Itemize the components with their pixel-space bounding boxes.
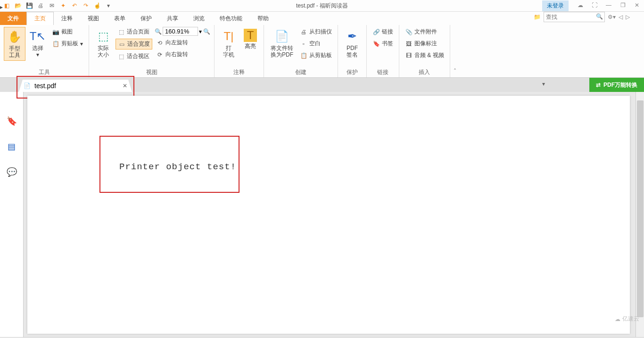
link-icon: 🔗 xyxy=(372,28,380,36)
undo-icon[interactable]: ↶ xyxy=(71,2,78,9)
document-tab[interactable]: 📄 test.pdf ✕ xyxy=(19,80,132,92)
blank-button[interactable]: ▫空白 xyxy=(298,39,334,49)
highlight-button[interactable]: T 高亮 xyxy=(241,27,260,51)
ribbon-group-insert: 📎文件附件 🖼图像标注 🎞音频 & 视频 插入 xyxy=(399,25,450,77)
clipboard-button[interactable]: 📋剪贴板 ▾ xyxy=(50,39,85,49)
actual-size-button[interactable]: ⬚ 实际 大小 xyxy=(93,27,114,60)
zoom-in-icon[interactable]: 🔍 xyxy=(203,28,210,35)
from-scanner-button[interactable]: 🖨从扫描仪 xyxy=(298,27,334,37)
tab-browse[interactable]: 浏览 xyxy=(186,12,212,25)
blank-icon: ▫ xyxy=(300,40,307,48)
fit-width-icon: ▭ xyxy=(118,41,125,48)
cloud-icon[interactable]: ☁ xyxy=(573,0,587,10)
comments-panel-icon[interactable]: 💬 xyxy=(6,166,17,178)
title-bar: ◧ 📂 💾 🖨 ✉ ✦ ↶ ↷ ☝ ▾ test.pdf - 福昕阅读器 未登录… xyxy=(0,0,644,12)
tab-form[interactable]: 表单 xyxy=(107,12,133,25)
login-button[interactable]: 未登录 xyxy=(542,0,569,11)
watermark: ☁ 亿速云 xyxy=(615,315,639,323)
highlight-annotation-content xyxy=(99,136,239,193)
link-button[interactable]: 🔗链接 xyxy=(371,27,395,37)
from-clipboard-icon: 📋 xyxy=(300,52,307,59)
ribbon-group-create: 📄 将文件转 换为PDF 🖨从扫描仪 ▫空白 📋从剪贴板 创建 xyxy=(264,25,338,77)
pdf-file-icon: 📄 xyxy=(24,82,31,89)
ribbon-group-tools: ✋ 手型 工具 T↖ 选择▾ 📷截图 📋剪贴板 ▾ 工具 xyxy=(0,25,89,77)
document-tab-bar: 📄 test.pdf ✕ ▾ ⇄ PDF万能转换 xyxy=(0,78,644,92)
email-icon[interactable]: ✉ xyxy=(48,2,56,9)
camera-icon: 📷 xyxy=(52,28,59,36)
ribbon-tabs: 文件 主页 注释 视图 表单 保护 共享 浏览 特色功能 帮助 📁 🔍 ⚙▾ ◁… xyxy=(0,12,644,25)
save-icon[interactable]: 💾 xyxy=(25,2,33,9)
pdf-page: Printer object test! xyxy=(27,96,630,334)
fit-visible-button[interactable]: ⬚适合视区 xyxy=(116,51,152,61)
tab-close-icon[interactable]: ✕ xyxy=(123,82,127,89)
fit-width-button[interactable]: ▭适合宽度 xyxy=(116,39,152,49)
bookmark-icon: 🔖 xyxy=(372,40,380,48)
prev-find-icon[interactable]: ◁ xyxy=(619,14,623,20)
bookmarks-panel-icon[interactable]: 🔖 xyxy=(6,115,17,127)
pdf-convert-banner[interactable]: ⇄ PDF万能转换 xyxy=(589,78,644,92)
image-annotation-button[interactable]: 🖼图像标注 xyxy=(403,39,446,49)
clipboard-icon: 📋 xyxy=(52,40,59,48)
gear-icon[interactable]: ⚙▾ xyxy=(608,14,616,20)
quick-access-toolbar: ◧ 📂 💾 🖨 ✉ ✦ ↶ ↷ ☝ ▾ xyxy=(0,2,112,9)
rotate-right-button[interactable]: ⟳向右旋转 xyxy=(154,49,210,59)
next-find-icon[interactable]: ▷ xyxy=(626,14,630,20)
tab-home[interactable]: 主页 xyxy=(26,12,54,25)
document-tab-label: test.pdf xyxy=(34,82,56,90)
hand-tool-button[interactable]: ✋ 手型 工具 xyxy=(4,27,25,61)
tab-share[interactable]: 共享 xyxy=(159,12,186,25)
search-area: 📁 🔍 ⚙▾ ◁ ▷ xyxy=(534,12,630,22)
pdf-sign-button[interactable]: ✒ PDF 签名 xyxy=(342,27,363,60)
tab-protect[interactable]: 保护 xyxy=(133,12,159,25)
window-controls: 未登录 ☁ ⛶ — ❐ ✕ xyxy=(542,0,644,11)
new-icon[interactable]: ✦ xyxy=(59,2,67,9)
minimize-icon[interactable]: — xyxy=(602,0,616,10)
page-viewport[interactable]: Printer object test! xyxy=(24,92,636,337)
file-attachment-button[interactable]: 📎文件附件 xyxy=(403,27,446,37)
redo-icon[interactable]: ↷ xyxy=(82,2,90,9)
bookmark-button[interactable]: 🔖书签 xyxy=(371,39,395,49)
tab-list-dropdown-icon[interactable]: ▾ xyxy=(542,81,545,87)
highlight-icon: T xyxy=(244,29,257,42)
tab-view[interactable]: 视图 xyxy=(80,12,107,25)
vertical-scrollbar[interactable] xyxy=(636,92,644,337)
ribbon-group-comment: T| 打 字机 T 高亮 注释 xyxy=(215,25,264,77)
from-clipboard-button[interactable]: 📋从剪贴板 xyxy=(298,50,334,60)
open-icon[interactable]: 📂 xyxy=(14,2,22,9)
rotate-left-button[interactable]: ⟲向左旋转 xyxy=(154,38,210,48)
qat-dropdown-icon[interactable]: ▾ xyxy=(105,2,112,9)
close-icon[interactable]: ✕ xyxy=(630,0,644,10)
fit-page-button[interactable]: ⬚适合页面 xyxy=(116,27,152,37)
tab-comment[interactable]: 注释 xyxy=(54,12,80,25)
pages-panel-icon[interactable]: ▤ xyxy=(6,141,17,152)
scrollbar-thumb[interactable] xyxy=(637,100,644,317)
folder-search-icon[interactable]: 📁 xyxy=(534,14,541,20)
select-tool-button[interactable]: T↖ 选择▾ xyxy=(27,27,48,60)
zoom-out-icon[interactable]: 🔍 xyxy=(154,28,162,35)
fullscreen-icon[interactable]: ⛶ xyxy=(587,0,602,10)
convert-banner-icon: ⇄ xyxy=(596,82,601,88)
search-icon[interactable]: 🔍 xyxy=(596,13,603,20)
ribbon-collapse-button[interactable]: ˄ xyxy=(450,25,460,77)
hand-icon[interactable]: ☝ xyxy=(93,2,101,9)
window-title: test.pdf - 福昕阅读器 xyxy=(296,2,348,10)
content-area: ▸ 🔖 ▤ 💬 Printer object test! xyxy=(0,92,644,337)
select-tool-icon: T↖ xyxy=(30,29,45,44)
attachment-icon: 📎 xyxy=(405,28,413,36)
typewriter-button[interactable]: T| 打 字机 xyxy=(218,27,239,60)
maximize-icon[interactable]: ❐ xyxy=(616,0,630,10)
pdf-sign-icon: ✒ xyxy=(345,29,360,44)
tab-help[interactable]: 帮助 xyxy=(250,12,276,25)
convert-pdf-button[interactable]: 📄 将文件转 换为PDF xyxy=(268,27,296,60)
fit-page-icon: ⬚ xyxy=(117,28,125,36)
sidebar-expand-icon[interactable]: ▸ xyxy=(0,4,3,10)
typewriter-icon: T| xyxy=(221,29,236,44)
rotate-right-icon: ⟳ xyxy=(156,51,164,58)
screenshot-button[interactable]: 📷截图 xyxy=(50,27,85,37)
tab-feature[interactable]: 特色功能 xyxy=(212,12,250,25)
hand-tool-icon: ✋ xyxy=(7,29,22,44)
zoom-combo[interactable] xyxy=(163,27,198,36)
print-icon[interactable]: 🖨 xyxy=(37,2,44,9)
audio-video-button[interactable]: 🎞音频 & 视频 xyxy=(403,50,446,60)
tab-file[interactable]: 文件 xyxy=(0,12,26,25)
